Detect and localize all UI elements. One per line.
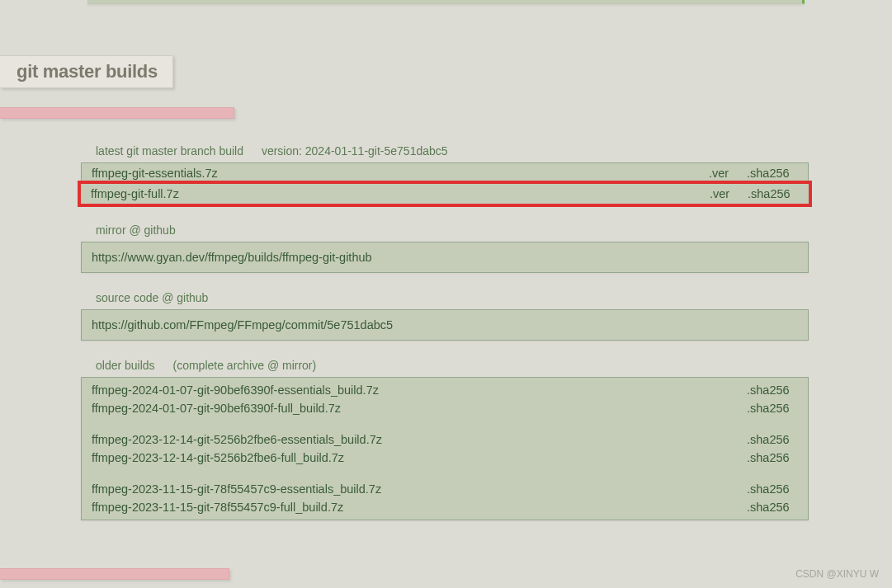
older-row: ffmpeg-2023-12-14-git-5256b2fbe6-full_bu… — [82, 449, 808, 467]
latest-row: ffmpeg-git-full.7z.ver.sha256 — [78, 181, 812, 207]
source-label: source code @ github — [96, 291, 809, 304]
download-link[interactable]: ffmpeg-git-full.7z — [91, 187, 710, 200]
download-link[interactable]: ffmpeg-2024-01-07-git-90bef6390f-full_bu… — [92, 402, 747, 415]
sha-link[interactable]: .sha256 — [747, 501, 798, 514]
download-link[interactable]: ffmpeg-2023-11-15-git-78f55457c9-full_bu… — [92, 501, 747, 514]
content-area: latest git master branch build version: … — [81, 144, 809, 539]
download-link[interactable]: ffmpeg-git-essentials.7z — [92, 167, 709, 180]
mirror-label: mirror @ github — [96, 223, 809, 237]
download-link[interactable]: ffmpeg-2023-12-14-git-5256b2fbe6-essenti… — [92, 433, 747, 446]
download-link[interactable]: ffmpeg-2023-12-14-git-5256b2fbe6-full_bu… — [92, 451, 747, 464]
watermark: CSDN @XINYU W — [795, 568, 879, 580]
latest-version: version: 2024-01-11-git-5e751dabc5 — [262, 144, 448, 158]
ver-link[interactable]: .ver — [709, 167, 747, 180]
download-link[interactable]: ffmpeg-2023-11-15-git-78f55457c9-essenti… — [92, 482, 747, 496]
sha-link[interactable]: .sha256 — [747, 383, 798, 397]
sha-link[interactable]: .sha256 — [747, 402, 798, 415]
mirror-box: https://www.gyan.dev/ffmpeg/builds/ffmpe… — [81, 242, 809, 273]
older-row: ffmpeg-2024-01-07-git-90bef6390f-essenti… — [82, 381, 808, 399]
decor-bar-top — [0, 107, 234, 119]
older-box: ffmpeg-2024-01-07-git-90bef6390f-essenti… — [81, 377, 809, 520]
older-row: ffmpeg-2023-12-14-git-5256b2fbe6-essenti… — [82, 430, 808, 449]
older-label: older builds (complete archive @ mirror) — [96, 359, 809, 372]
sha-link[interactable]: .sha256 — [747, 433, 798, 446]
download-link[interactable]: ffmpeg-2024-01-07-git-90bef6390f-essenti… — [92, 383, 747, 397]
older-sub: (complete archive @ mirror) — [173, 359, 317, 372]
source-box: https://github.com/FFmpeg/FFmpeg/commit/… — [81, 309, 809, 341]
source-link[interactable]: https://github.com/FFmpeg/FFmpeg/commit/… — [92, 318, 393, 332]
group-spacer — [82, 417, 808, 430]
sha-link[interactable]: .sha256 — [747, 482, 798, 496]
mirror-link[interactable]: https://www.gyan.dev/ffmpeg/builds/ffmpe… — [92, 251, 372, 264]
sha-link[interactable]: .sha256 — [747, 451, 798, 464]
top-strip — [87, 0, 805, 4]
section-heading: git master builds — [0, 55, 173, 88]
sha-link[interactable]: .sha256 — [748, 187, 799, 200]
older-row: ffmpeg-2023-11-15-git-78f55457c9-full_bu… — [82, 498, 808, 516]
ver-link[interactable]: .ver — [710, 187, 748, 200]
older-row: ffmpeg-2023-11-15-git-78f55457c9-essenti… — [82, 480, 808, 498]
sha-link[interactable]: .sha256 — [747, 167, 798, 180]
decor-bar-bottom — [0, 568, 229, 580]
older-label-text: older builds — [96, 359, 155, 372]
group-spacer — [82, 467, 808, 480]
older-row: ffmpeg-2024-01-07-git-90bef6390f-full_bu… — [82, 399, 808, 417]
latest-label-text: latest git master branch build — [96, 144, 243, 158]
latest-label: latest git master branch build version: … — [96, 144, 809, 158]
latest-box: ffmpeg-git-essentials.7z.ver.sha256ffmpe… — [81, 162, 809, 205]
